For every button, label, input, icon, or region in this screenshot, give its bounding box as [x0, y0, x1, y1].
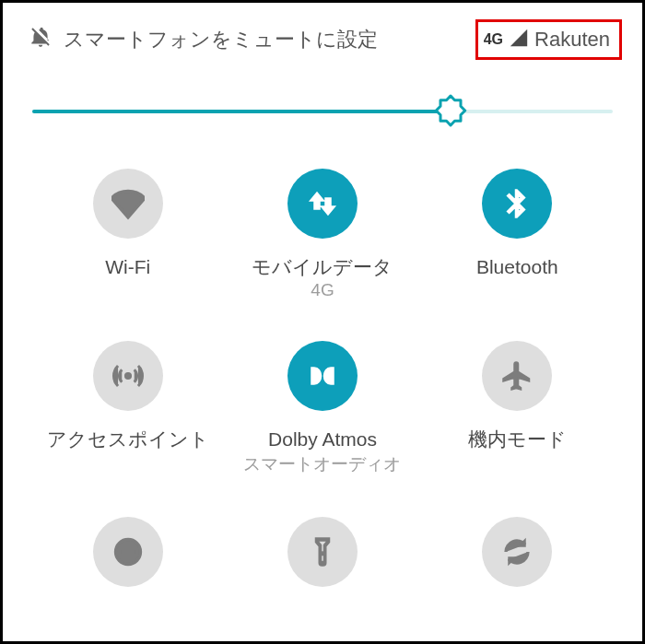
slider-fill	[32, 110, 451, 113]
tile-rotate[interactable]	[420, 517, 615, 587]
carrier-box: 4G Rakuten	[475, 19, 622, 60]
mute-status[interactable]: スマートフォンをミュートに設定	[29, 25, 378, 54]
brightness-slider[interactable]	[32, 97, 613, 124]
tile-label: アクセスポイント	[47, 427, 209, 451]
tile-label: 機内モード	[468, 427, 567, 451]
tile-hotspot[interactable]: アクセスポイント	[30, 341, 225, 476]
mute-label: スマートフォンをミュートに設定	[64, 26, 378, 53]
brightness-thumb-icon[interactable]	[434, 94, 467, 127]
tile-label: Bluetooth	[476, 255, 558, 278]
tile-sub: スマートオーディオ	[243, 452, 401, 476]
flashlight-icon	[287, 517, 358, 587]
tile-flashlight[interactable]	[225, 517, 419, 587]
tile-dnd[interactable]	[30, 517, 225, 587]
airplane-icon	[482, 341, 552, 411]
bell-off-icon	[29, 25, 53, 54]
tile-airplane[interactable]: 機内モード	[420, 341, 615, 476]
network-type: 4G	[484, 31, 503, 48]
bluetooth-icon	[482, 169, 552, 239]
tile-sub: 4G	[311, 280, 334, 300]
status-row: スマートフォンをミュートに設定 4G Rakuten	[3, 3, 642, 67]
mobile-data-icon	[287, 169, 358, 239]
tile-mobile-data[interactable]: モバイルデータ 4G	[225, 169, 419, 300]
tile-label: Dolby Atmos	[268, 427, 377, 451]
wifi-icon	[93, 169, 163, 239]
tile-wifi[interactable]: Wi-Fi	[30, 169, 225, 300]
tiles-grid: Wi-Fi モバイルデータ 4G Bluetooth	[3, 124, 642, 587]
hotspot-icon	[93, 341, 163, 411]
signal-icon	[509, 28, 529, 52]
carrier-name: Rakuten	[534, 28, 610, 52]
quick-settings-panel: スマートフォンをミュートに設定 4G Rakuten Wi-Fi	[0, 0, 645, 644]
tile-label: モバイルデータ	[252, 255, 393, 278]
svg-point-1	[124, 373, 131, 380]
tile-dolby[interactable]: Dolby Atmos スマートオーディオ	[225, 341, 419, 476]
dolby-icon	[287, 341, 358, 411]
rotate-icon	[482, 517, 552, 587]
svg-marker-0	[436, 96, 464, 125]
tile-bluetooth[interactable]: Bluetooth	[420, 169, 615, 300]
tile-label: Wi-Fi	[105, 255, 150, 278]
dnd-icon	[93, 517, 163, 587]
